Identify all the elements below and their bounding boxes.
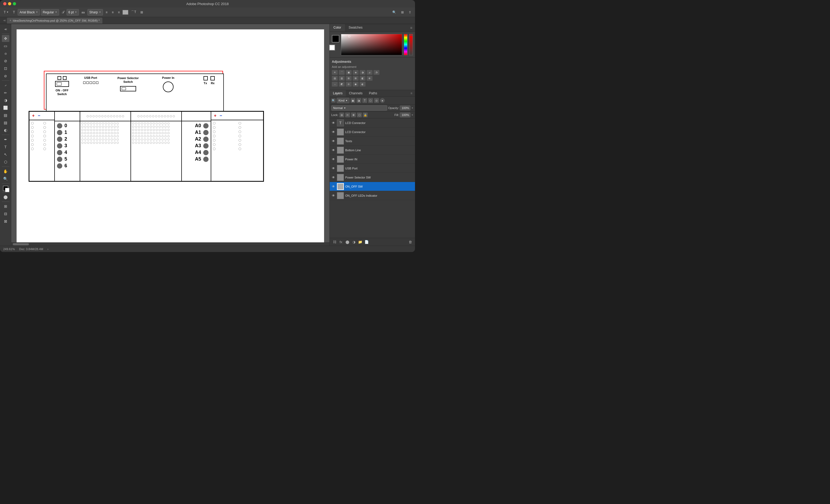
quick-select-tool[interactable]: ⊘ [2,58,9,64]
lock-all-icon[interactable]: 🔒 [363,112,368,117]
layer-eye-lcd-connector-text[interactable]: 👁 [331,121,336,125]
tab-close-icon[interactable]: × [10,19,11,22]
adj-channel-icon[interactable]: ⊠ [353,76,359,81]
lock-position-icon[interactable]: ✥ [351,112,356,117]
layer-item-power-selector-sw[interactable]: 👁 Power Selector SW [330,173,415,182]
collapse-tabs-left[interactable]: ≪ [2,19,7,23]
adj-selective-icon[interactable]: ◩ [339,82,345,87]
filter-adj-icon[interactable]: ◑ [356,98,361,103]
adj-exposure-icon[interactable]: ▣ [346,70,352,75]
foreground-color-swatch[interactable] [332,35,339,42]
character-panel-button[interactable]: ⊞ [139,10,145,15]
tab-channels[interactable]: Channels [346,90,366,97]
add-adjustment-button[interactable]: ◑ [351,239,356,244]
background-color-swatch[interactable] [329,45,335,51]
crop-tool[interactable]: ⊡ [2,65,9,72]
resize-canvas-button[interactable]: ⊟ [2,210,9,217]
add-style-button[interactable]: fx [338,239,344,244]
gradient-tool[interactable]: ▤ [2,119,9,126]
document-tab[interactable]: × IdeaSketchingOnPhotoshop.psd @ 250% (O… [7,18,102,24]
add-group-button[interactable]: 📁 [357,239,363,244]
adj-hue-icon[interactable]: ◑ [360,70,365,75]
lock-pixels-icon[interactable]: ⊞ [339,112,344,117]
tab-color[interactable]: Color [330,24,345,32]
search-button[interactable]: 🔍 [391,10,398,15]
layer-eye-bottom-line[interactable]: 👁 [331,148,336,152]
dodge-tool[interactable]: ◐ [2,127,9,134]
align-left-button[interactable]: ≡ [104,10,109,15]
layers-kind-dropdown[interactable]: Kind ▼ [337,98,350,103]
adj-curves-icon[interactable]: ⌒ [339,70,345,75]
text-tool[interactable]: T [2,143,9,150]
layer-item-lcd-connector-text[interactable]: 👁 T LCD Connector [330,119,415,128]
move-tool[interactable]: ✥ [2,35,9,42]
scrollbar-thumb[interactable] [13,243,29,245]
filter-smart-icon[interactable]: ⊙ [374,98,379,103]
eraser-tool[interactable]: ▤ [2,112,9,119]
layer-eye-usb-port[interactable]: 👁 [331,166,336,170]
adj-pattern-icon[interactable]: ⊘ [346,82,352,87]
horizontal-scrollbar[interactable] [11,242,329,245]
layer-eye-onoff-sw[interactable]: 👁 [331,184,336,189]
anti-alias-button[interactable]: aa [80,10,86,14]
share-button[interactable]: ⇧ [407,10,413,15]
adj-photo-icon[interactable]: ◧ [360,76,365,81]
lock-artboard-icon[interactable]: ⬡ [357,112,362,117]
font-size-dropdown[interactable]: 6 pt ▼ [67,9,79,15]
fill-value[interactable]: 100% [400,112,411,117]
filter-active-icon[interactable]: ● [380,98,385,103]
foreground-color[interactable] [3,186,8,191]
font-family-dropdown[interactable]: Arial Black ▼ [18,9,40,15]
search-layers-icon[interactable]: 🔍 [331,98,336,103]
filter-pixel-icon[interactable]: ▣ [351,98,355,103]
lock-paint-icon[interactable]: ✏ [345,112,350,117]
anti-alias-dropdown[interactable]: Sharp ▼ [88,9,103,15]
font-style-dropdown[interactable]: Regular ▼ [41,9,59,15]
pen-tool[interactable]: ✒ [2,136,9,143]
adj-vibrance-icon[interactable]: ◈ [353,70,359,75]
tab-swatches[interactable]: Swatches [345,24,366,32]
path-select-tool[interactable]: ↖ [2,151,9,158]
layer-item-texts[interactable]: 👁 Texts [330,137,415,146]
text-color-swatch[interactable] [123,10,128,15]
adj-colorbalance-icon[interactable]: ⊿ [366,70,373,75]
minimize-button[interactable] [8,2,11,5]
close-button[interactable] [3,2,6,5]
warp-text-button[interactable]: ⌒T [129,9,138,15]
screen-mode-button[interactable]: ⊞ [2,203,9,210]
delete-layer-button[interactable]: 🗑 [408,239,413,244]
layer-eye-lcd-connector[interactable]: 👁 [331,130,336,134]
link-layers-button[interactable]: ⛓ [332,239,337,244]
blend-mode-dropdown[interactable]: Normal ▼ [331,105,387,111]
layer-eye-texts[interactable]: 👁 [331,139,336,143]
maximize-button[interactable] [13,2,16,5]
filter-text-icon[interactable]: T [362,98,367,103]
hand-tool[interactable]: ✋ [2,168,9,175]
adj-threshold-icon[interactable]: ▥ [339,76,345,81]
layer-eye-power-in[interactable]: 👁 [331,157,336,161]
layer-item-onoff-sw[interactable]: 👁 ON_OFF SW [330,182,415,191]
adj-solid-icon[interactable]: ◉ [353,82,359,87]
adj-posterize-icon[interactable]: ⬦ [332,82,338,87]
add-layer-button[interactable]: 📄 [364,239,369,244]
opacity-value[interactable]: 100% [400,106,411,110]
text-options-button[interactable]: T [11,10,17,15]
color-panel-menu[interactable]: ≡ [408,24,415,32]
history-tool[interactable]: ⬜ [2,104,9,111]
arrange-docs-button[interactable]: ⊠ [2,218,9,225]
layer-eye-onoff-leds[interactable]: 👁 [331,194,336,198]
eyedropper-tool[interactable]: ⊘ [2,72,9,79]
filter-shape-icon[interactable]: ⬡ [368,98,373,103]
layer-item-power-in[interactable]: 👁 Power IN [330,155,415,164]
background-color[interactable] [5,188,9,192]
layer-eye-power-selector-sw[interactable]: 👁 [331,175,336,179]
layer-item-onoff-leds[interactable]: 👁 ON_OFF LEDs Indicator [330,191,415,200]
adj-bw-icon[interactable]: ◔ [374,70,379,75]
workspace-button[interactable]: ⊞ [400,10,405,15]
zoom-tool[interactable]: 🔍 [2,175,9,182]
layer-item-lcd-connector[interactable]: 👁 LCD Connector [330,128,415,137]
adj-invert-icon[interactable]: ⊗ [366,76,373,81]
select-rect-tool[interactable]: ▭ [2,42,9,49]
quick-mask-tool[interactable]: ⬤ [2,194,9,200]
layer-item-usb-port[interactable]: 👁 USB Port [330,164,415,173]
